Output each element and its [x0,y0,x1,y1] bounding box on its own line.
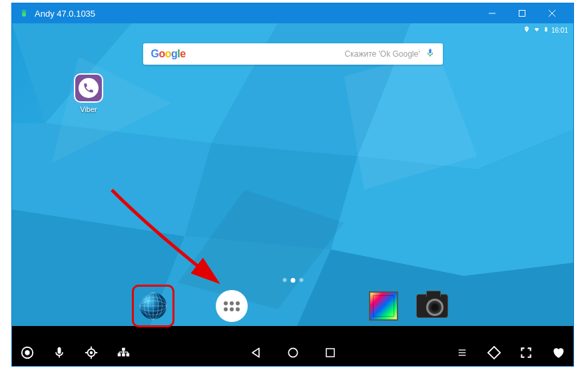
android-home-button[interactable] [284,344,302,361]
svg-rect-47 [326,349,334,357]
app-window: Andy 47.0.1035 [11,3,574,367]
wifi-icon [533,26,541,34]
location-button[interactable] [83,344,100,361]
fullscreen-button[interactable] [517,344,535,361]
gallery-app[interactable] [369,291,398,321]
status-bar: 16:01 [518,23,573,37]
titlebar: Andy 47.0.1035 [12,3,573,23]
voice-search-icon[interactable] [426,47,435,61]
emulator-toolbar [12,339,573,366]
google-logo: Google [151,48,186,60]
svg-point-2 [23,11,23,12]
svg-point-33 [91,351,93,353]
app-label-viber: Viber [69,105,109,113]
page-indicator [282,278,303,283]
svg-rect-40 [127,353,130,356]
battery-icon [543,25,549,35]
svg-rect-5 [519,11,525,17]
svg-rect-21 [545,27,547,31]
svg-rect-38 [118,353,121,356]
minimize-button[interactable] [477,3,507,23]
svg-rect-41 [122,347,125,351]
favorite-button[interactable] [549,344,567,361]
viber-icon [74,73,103,103]
desktop-app-viber[interactable]: Viber [69,73,109,113]
andy-logo-icon [19,8,29,19]
google-search-bar[interactable]: Google Скажите 'Ok Google' [143,43,443,65]
svg-point-0 [22,10,26,14]
camera-app[interactable] [416,294,448,318]
android-recents-button[interactable] [322,344,339,361]
window-title: Andy 47.0.1035 [35,9,477,19]
svg-point-46 [288,348,297,357]
android-back-button[interactable] [247,344,264,361]
svg-point-31 [25,351,29,355]
camera-toggle-button[interactable] [19,344,36,361]
maximize-button[interactable] [507,3,537,23]
svg-rect-22 [545,27,546,27]
keymap-button[interactable] [115,344,132,361]
app-drawer-button[interactable] [216,290,248,322]
svg-rect-39 [122,353,125,356]
svg-rect-1 [22,13,26,17]
rotate-button[interactable] [485,344,503,361]
status-time: 16:01 [551,27,568,34]
svg-rect-51 [488,346,500,358]
location-icon [523,26,530,34]
hotseat [12,286,573,326]
annotation-highlight [132,285,174,327]
menu-button[interactable] [453,344,471,361]
close-button[interactable] [537,3,567,23]
microphone-button[interactable] [51,344,68,361]
emulator-screen: 16:01 Google Скажите 'Ok Google' Viber [12,23,573,366]
search-hint: Скажите 'Ok Google' [345,49,420,59]
svg-point-3 [25,11,25,12]
